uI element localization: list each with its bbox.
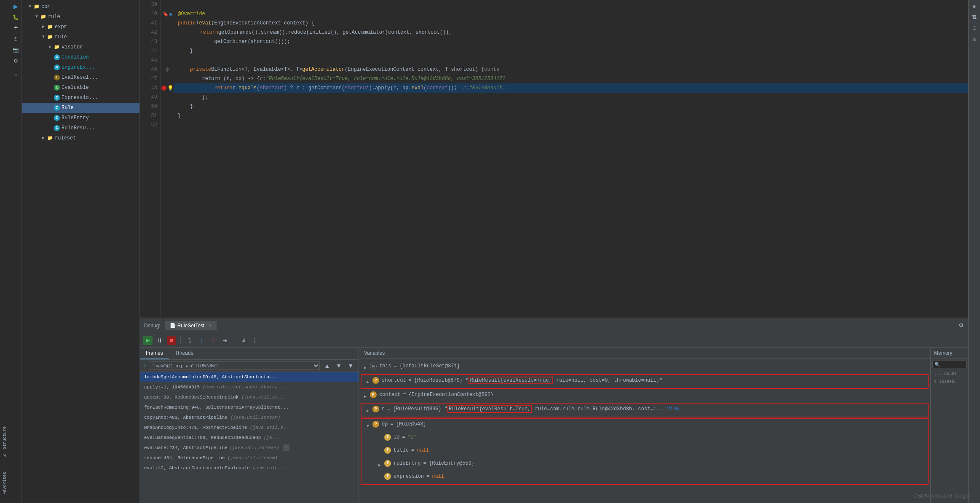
tree-item-expr[interactable]: ▶ 📁 expr — [22, 22, 139, 32]
expand-this[interactable]: ▶ — [364, 361, 370, 373]
step-over-btn[interactable]: ⤵ — [185, 336, 194, 345]
evaluate-btn[interactable]: ⊞ — [238, 336, 248, 345]
profile-icon-btn[interactable]: ⏱ — [11, 35, 21, 44]
tree-item-evaluable[interactable]: I Evaluable — [22, 83, 139, 93]
expand-r[interactable]: ▶ — [367, 404, 372, 416]
var-id[interactable]: ▶ f id = "2" — [361, 432, 928, 445]
code-container[interactable]: 39 40 41 42 43 44 45 46 47 48 49 50 51 5… — [140, 0, 968, 318]
frame-item[interactable]: reduce:484, ReferencePipeline (java.util… — [140, 453, 359, 463]
frame-item[interactable]: forEachRemaining:948, Spliterators$Array… — [140, 402, 359, 412]
var-context[interactable]: ▶ P context = {EngineExecutionContext@59… — [359, 389, 930, 402]
settings-top-btn[interactable]: ⚙ — [11, 56, 21, 66]
code-lines[interactable]: @Override public T eval(EngineExecutionC… — [174, 0, 968, 318]
var-op[interactable]: ▼ P op = {Rule@543} — [361, 419, 928, 432]
todo-icon-btn[interactable]: ☑ — [970, 24, 979, 33]
debug-header-right: ⚙ — [959, 322, 964, 329]
expand-op[interactable]: ▼ — [367, 420, 372, 431]
var-expression[interactable]: ▶ f expression = null — [361, 471, 928, 484]
variables-list: ▶ this this = {DefaultRuleSet@871} ▶ P s… — [359, 359, 930, 503]
more-icon-btn[interactable]: ≡ — [11, 71, 21, 80]
frame-item[interactable]: wrapAndCopyInto:471, AbstractPipeline (j… — [140, 423, 359, 433]
close-tab-btn[interactable]: × — [209, 323, 212, 329]
debug-tab-name: RuleSetTest — [177, 323, 205, 329]
expand-context[interactable]: ▶ — [364, 390, 370, 401]
var-title[interactable]: ▶ f title = null — [361, 445, 928, 458]
tree-item-rule-top[interactable]: ▼ 📁 rule — [22, 12, 139, 22]
var-shortcut[interactable]: ▶ P shortcut = {RuleResult@879} "RuleRes… — [361, 374, 929, 389]
project-sidebar: ▼ 📁 com ▼ 📁 rule ▶ 📁 expr ▼ 📁 rule ▶ 📁 v… — [22, 0, 140, 503]
debug-toolbar: ▶ ⏸ ■ ⤵ ↓ ↑ ⇥ ⊞ ⋮ — [140, 333, 968, 348]
threads-tab[interactable]: Threads — [169, 348, 199, 359]
tree-item-ruleentry[interactable]: C RuleEntry — [22, 113, 139, 123]
frame-item[interactable]: evaluateSequential:708, ReduceOps$Reduce… — [140, 433, 359, 443]
shortcut-badge: P — [372, 377, 379, 384]
thread-down-btn[interactable]: ▼ — [334, 361, 343, 370]
var-this[interactable]: ▶ this this = {DefaultRuleSet@871} — [359, 361, 930, 374]
var-value-id: "2" — [408, 433, 417, 442]
debug-icon-btn[interactable]: 🐛 — [11, 13, 21, 22]
structure-icon-btn[interactable]: ≡ — [970, 2, 979, 11]
frame-item[interactable]: apply:-1, 1945604815 (com.rule.expr.ando… — [140, 382, 359, 392]
hierarchy-icon-btn[interactable]: 🏗 — [970, 13, 979, 22]
context-badge: P — [370, 391, 377, 398]
memory-panel: Memory ... Count s loaded. — [930, 348, 968, 503]
code-line-51: } — [174, 111, 968, 120]
code-line-42: return getOperands().stream().reduce(ini… — [174, 28, 968, 37]
var-ruleentry[interactable]: ▶ f ruleEntry = {RuleEntry@559} — [361, 458, 928, 471]
file-tree: ▼ 📁 com ▼ 📁 rule ▶ 📁 expr ▼ 📁 rule ▶ 📁 v… — [22, 0, 139, 503]
tree-item-visitor[interactable]: ▶ 📁 visitor — [22, 42, 139, 52]
editor-area: 39 40 41 42 43 44 45 46 47 48 49 50 51 5… — [140, 0, 968, 318]
tree-item-ruleresult[interactable]: C RuleResu... — [22, 123, 139, 133]
ruleentry-badge: f — [384, 460, 391, 467]
view-link-r[interactable]: View. — [667, 404, 682, 414]
debug-tab-rulesettest[interactable]: 📄 RuleSetTest × — [165, 321, 217, 330]
expand-ruleentry[interactable]: ▶ — [378, 459, 384, 470]
toolbar-sep-2 — [234, 337, 234, 344]
tree-item-evalresult[interactable]: E EvalResul... — [22, 72, 139, 83]
thread-dropdown[interactable]: "main"@1 in g...ain": RUNNING — [149, 361, 320, 370]
stop-btn[interactable]: ■ — [167, 336, 176, 345]
main-area: 39 40 41 42 43 44 45 46 47 48 49 50 51 5… — [140, 0, 968, 503]
code-line-40: @Override — [174, 9, 968, 19]
problems-icon-btn[interactable]: ⚠ — [970, 35, 979, 44]
tree-item-condition[interactable]: C Condition — [22, 52, 139, 62]
coverage-icon-btn[interactable]: ☂ — [11, 24, 21, 33]
code-line-49: }; — [174, 93, 968, 102]
run-icon-btn[interactable]: ▶ — [11, 2, 21, 11]
memory-search — [931, 359, 968, 370]
step-into-btn[interactable]: ↓ — [197, 336, 206, 345]
var-value-expression: null — [432, 472, 444, 481]
tree-item-com[interactable]: ▼ 📁 com — [22, 2, 139, 12]
var-r[interactable]: ▶ P r = {RuleResult@896} "RuleResult{eva… — [361, 403, 929, 417]
frame-item[interactable]: eval:42, AbstractShortcutableEvaluable (… — [140, 463, 359, 473]
var-name-context: context — [379, 390, 400, 399]
expand-shortcut[interactable]: ▶ — [367, 376, 372, 387]
run-to-cursor-btn[interactable]: ⇥ — [220, 336, 230, 345]
thread-selector: ✓ "main"@1 in g...ain": RUNNING ▲ ▼ ▼ — [140, 360, 359, 372]
file-icon: 📄 — [170, 323, 176, 328]
thread-up-btn[interactable]: ▲ — [322, 361, 332, 370]
tree-item-ruleset[interactable]: ▶ 📁 ruleset — [22, 133, 139, 143]
step-out-btn[interactable]: ↑ — [209, 336, 218, 345]
code-line-47: return (r, op) -> { r: "RuleResult{evalR… — [174, 74, 968, 83]
var-value-op: {Rule@543} — [396, 420, 426, 429]
pause-btn[interactable]: ⏸ — [155, 336, 164, 345]
debug-settings-btn[interactable]: ⚙ — [959, 322, 964, 329]
favorites-label[interactable]: Favorites — [3, 472, 7, 495]
frame-item[interactable]: copyInto:481, AbstractPipeline (java.uti… — [140, 412, 359, 423]
frame-item[interactable]: lambda$getAccumulator$0:48, AbstractShor… — [140, 372, 359, 382]
tree-item-rule-class[interactable]: C Rule — [22, 103, 139, 113]
tree-item-expression[interactable]: C Expressio... — [22, 93, 139, 103]
resume-btn[interactable]: ▶ — [143, 336, 153, 345]
thread-filter-btn[interactable]: ▼ — [346, 361, 355, 370]
debug-content: Frames Threads ✓ "main"@1 in g...ain": R… — [140, 348, 968, 503]
z-structure-label[interactable]: Z- Structure — [3, 426, 7, 457]
tree-item-rule-inner[interactable]: ▼ 📁 rule — [22, 32, 139, 42]
frame-item[interactable]: accept:80, ReduceOps$1ReducingSink (java… — [140, 392, 359, 402]
memory-search-input[interactable] — [932, 361, 967, 368]
frame-item[interactable]: evaluate:234, AbstractPipeline (java.uti… — [140, 443, 359, 453]
tree-item-engineex[interactable]: C EngineEx... — [22, 62, 139, 72]
more-debug-btn[interactable]: ⋮ — [250, 336, 260, 345]
frames-tab[interactable]: Frames — [140, 348, 169, 359]
camera-icon-btn[interactable]: 📷 — [11, 45, 21, 55]
